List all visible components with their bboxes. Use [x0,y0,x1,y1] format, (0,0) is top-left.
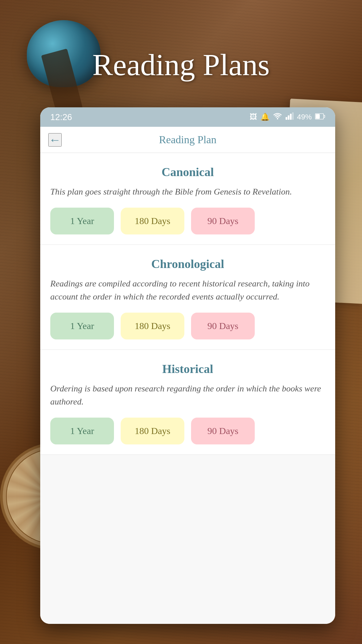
chronological-description: Readings are compiled according to recen… [50,277,325,303]
canonical-buttons: 1 Year 180 Days 90 Days [50,208,325,234]
svg-rect-1 [286,117,287,120]
canonical-description: This plan goes straight through the Bibl… [50,185,325,198]
chronological-buttons: 1 Year 180 Days 90 Days [50,313,325,339]
svg-rect-2 [288,115,289,120]
chronological-section: Chronological Readings are compiled acco… [40,245,335,350]
notification-status-icon: 🔔 [260,113,269,121]
svg-rect-6 [316,114,320,119]
back-button[interactable]: ← [48,133,62,147]
phone-mockup: 12:26 🖼 🔔 [40,107,335,624]
chronological-90days-button[interactable]: 90 Days [191,313,255,339]
image-status-icon: 🖼 [250,113,257,121]
app-header: ← Reading Plan [40,127,335,153]
header-title: Reading Plan [159,133,217,146]
canonical-section: Canonical This plan goes straight throug… [40,153,335,245]
chronological-180days-button[interactable]: 180 Days [121,313,184,339]
canonical-180days-button[interactable]: 180 Days [121,208,184,234]
historical-description: Ordering is based upon research regardin… [50,382,325,408]
content-scroll[interactable]: Canonical This plan goes straight throug… [40,153,335,624]
svg-point-0 [277,118,278,119]
page-title: Reading Plans [0,47,362,83]
status-bar: 12:26 🖼 🔔 [40,107,335,127]
canonical-90days-button[interactable]: 90 Days [191,208,255,234]
battery-icon [315,113,325,121]
signal-icon [286,112,294,122]
svg-rect-3 [290,114,292,120]
historical-1year-button[interactable]: 1 Year [50,418,114,444]
svg-rect-4 [292,112,294,120]
chronological-1year-button[interactable]: 1 Year [50,313,114,339]
canonical-1year-button[interactable]: 1 Year [50,208,114,234]
historical-180days-button[interactable]: 180 Days [121,418,184,444]
wifi-icon [273,112,282,122]
historical-90days-button[interactable]: 90 Days [191,418,255,444]
status-time: 12:26 [50,112,72,122]
historical-section: Historical Ordering is based upon resear… [40,350,335,455]
historical-buttons: 1 Year 180 Days 90 Days [50,418,325,444]
status-icons: 🖼 🔔 [250,112,325,122]
canonical-title: Canonical [50,165,325,179]
battery-percentage: 49% [297,113,312,121]
chronological-title: Chronological [50,257,325,271]
historical-title: Historical [50,362,325,376]
